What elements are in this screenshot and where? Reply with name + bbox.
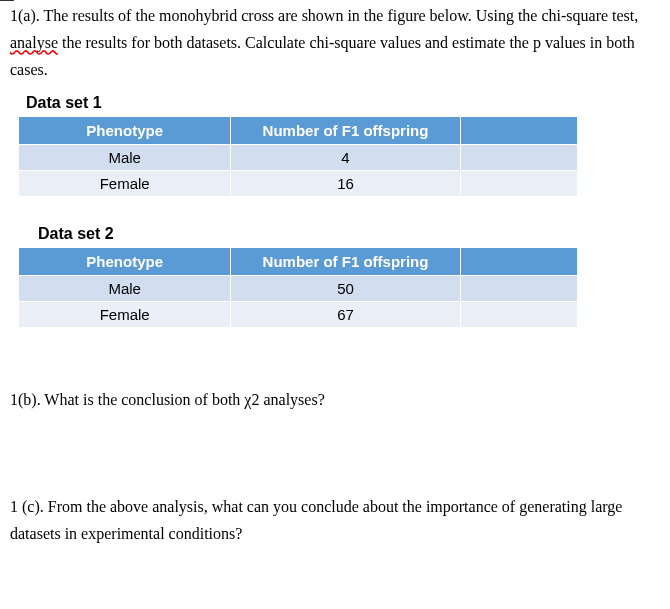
- question-1b: 1(b). What is the conclusion of both χ2 …: [10, 386, 660, 413]
- dataset-2-label: Data set 2: [38, 225, 660, 243]
- header-phenotype: Phenotype: [19, 247, 231, 275]
- cell-count: 16: [231, 170, 460, 196]
- dataset-1-table: Phenotype Number of F1 offspring Male 4 …: [18, 116, 578, 197]
- cell-count: 4: [231, 144, 460, 170]
- cell-empty: [460, 275, 577, 301]
- dataset-2-table: Phenotype Number of F1 offspring Male 50…: [18, 247, 578, 328]
- table-row: Female 67: [19, 301, 578, 327]
- header-empty: [460, 247, 577, 275]
- q1a-misspelled-word: analyse: [10, 34, 58, 51]
- q1a-prefix: 1(a). The results of the monohybrid cros…: [10, 7, 638, 24]
- table-header-row: Phenotype Number of F1 offspring: [19, 116, 578, 144]
- table-row: Male 4: [19, 144, 578, 170]
- table-row: Female 16: [19, 170, 578, 196]
- q1a-suffix: the results for both datasets. Calculate…: [10, 34, 635, 78]
- cell-empty: [460, 301, 577, 327]
- cell-count: 67: [231, 301, 460, 327]
- header-empty: [460, 116, 577, 144]
- question-1c: 1 (c). From the above analysis, what can…: [10, 493, 660, 547]
- header-count: Number of F1 offspring: [231, 247, 460, 275]
- cell-empty: [460, 144, 577, 170]
- margin-tick: [0, 0, 14, 1]
- cell-empty: [460, 170, 577, 196]
- dataset-1-label: Data set 1: [26, 94, 660, 112]
- cell-phenotype: Female: [19, 170, 231, 196]
- question-1a: 1(a). The results of the monohybrid cros…: [10, 2, 660, 84]
- header-phenotype: Phenotype: [19, 116, 231, 144]
- cell-phenotype: Male: [19, 144, 231, 170]
- header-count: Number of F1 offspring: [231, 116, 460, 144]
- table-row: Male 50: [19, 275, 578, 301]
- cell-phenotype: Male: [19, 275, 231, 301]
- cell-phenotype: Female: [19, 301, 231, 327]
- table-header-row: Phenotype Number of F1 offspring: [19, 247, 578, 275]
- cell-count: 50: [231, 275, 460, 301]
